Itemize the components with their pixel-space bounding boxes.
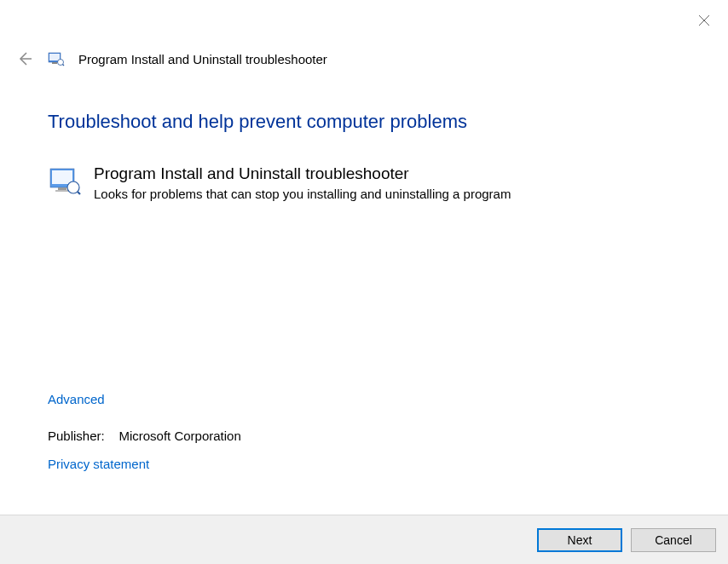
footer: Next Cancel bbox=[0, 515, 728, 564]
svg-point-6 bbox=[58, 60, 64, 66]
svg-rect-10 bbox=[58, 187, 66, 190]
privacy-link[interactable]: Privacy statement bbox=[48, 457, 241, 471]
svg-line-13 bbox=[78, 192, 80, 194]
header: Program Install and Uninstall troublesho… bbox=[15, 49, 327, 68]
header-title: Program Install and Uninstall troublesho… bbox=[78, 52, 327, 66]
item-title: Program Install and Uninstall troublesho… bbox=[94, 164, 680, 185]
back-button[interactable] bbox=[15, 49, 34, 68]
item-description: Looks for problems that can stop you ins… bbox=[94, 185, 680, 203]
close-icon bbox=[698, 14, 710, 26]
publisher-label: Publisher: bbox=[48, 429, 105, 443]
svg-point-12 bbox=[67, 181, 79, 193]
svg-rect-4 bbox=[49, 54, 60, 60]
svg-rect-9 bbox=[52, 170, 72, 184]
publisher-value: Microsoft Corporation bbox=[118, 429, 240, 443]
svg-rect-11 bbox=[55, 190, 69, 192]
troubleshooter-item: Program Install and Uninstall troublesho… bbox=[48, 164, 680, 203]
cancel-button[interactable]: Cancel bbox=[631, 528, 716, 552]
publisher-info: Publisher: Microsoft Corporation bbox=[48, 429, 241, 443]
advanced-link[interactable]: Advanced bbox=[48, 392, 241, 406]
back-arrow-icon bbox=[16, 50, 33, 67]
main-content: Troubleshoot and help prevent computer p… bbox=[48, 111, 680, 203]
links-block: Advanced Publisher: Microsoft Corporatio… bbox=[48, 392, 241, 471]
troubleshooter-item-icon bbox=[48, 164, 82, 198]
page-heading: Troubleshoot and help prevent computer p… bbox=[48, 111, 680, 133]
svg-line-7 bbox=[63, 65, 65, 66]
svg-rect-5 bbox=[52, 62, 57, 64]
next-button[interactable]: Next bbox=[537, 528, 622, 552]
troubleshooter-header-icon bbox=[48, 50, 65, 67]
troubleshooter-item-text: Program Install and Uninstall troublesho… bbox=[94, 164, 680, 203]
close-button[interactable] bbox=[696, 12, 713, 29]
